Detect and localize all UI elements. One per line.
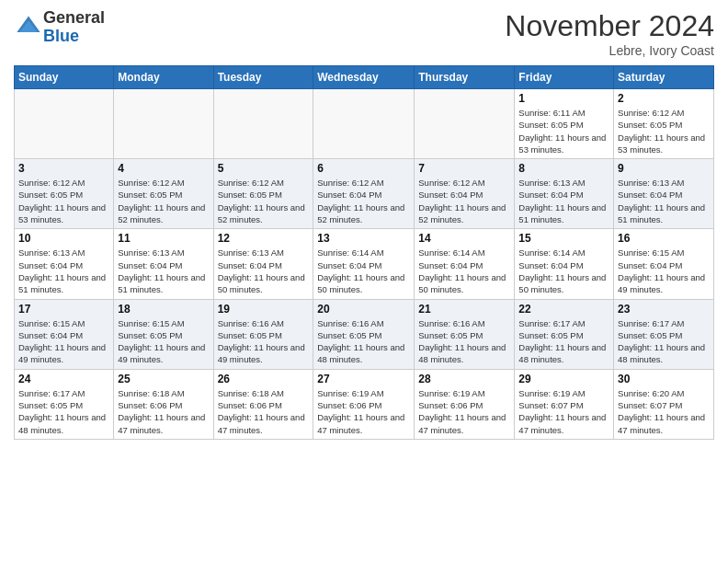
header: General Blue November 2024 Lebre, Ivory … xyxy=(14,9,714,58)
calendar-cell xyxy=(313,89,415,159)
day-info: Sunrise: 6:12 AMSunset: 6:04 PMDaylight:… xyxy=(317,177,410,225)
day-info: Sunrise: 6:12 AMSunset: 6:05 PMDaylight:… xyxy=(218,177,310,225)
day-info: Sunrise: 6:19 AMSunset: 6:06 PMDaylight:… xyxy=(418,387,510,436)
day-number: 30 xyxy=(618,373,710,385)
day-info: Sunrise: 6:16 AMSunset: 6:05 PMDaylight:… xyxy=(418,317,510,366)
logo-general: General xyxy=(43,8,105,27)
day-info: Sunrise: 6:18 AMSunset: 6:06 PMDaylight:… xyxy=(118,387,209,436)
weekday-header-friday: Friday xyxy=(515,66,614,89)
day-info: Sunrise: 6:13 AMSunset: 6:04 PMDaylight:… xyxy=(218,247,310,295)
calendar-cell: 21Sunrise: 6:16 AMSunset: 6:05 PMDayligh… xyxy=(415,299,515,369)
day-number: 22 xyxy=(518,303,609,316)
calendar-table: SundayMondayTuesdayWednesdayThursdayFrid… xyxy=(14,65,714,440)
calendar-cell: 25Sunrise: 6:18 AMSunset: 6:06 PMDayligh… xyxy=(114,369,213,439)
calendar-cell: 30Sunrise: 6:20 AMSunset: 6:07 PMDayligh… xyxy=(614,369,714,439)
day-info: Sunrise: 6:20 AMSunset: 6:07 PMDaylight:… xyxy=(618,387,710,436)
calendar-body: 1Sunrise: 6:11 AMSunset: 6:05 PMDaylight… xyxy=(15,89,714,440)
month-title: November 2024 xyxy=(505,9,714,43)
calendar-cell xyxy=(114,89,213,159)
day-info: Sunrise: 6:12 AMSunset: 6:05 PMDaylight:… xyxy=(18,177,109,225)
day-info: Sunrise: 6:14 AMSunset: 6:04 PMDaylight:… xyxy=(518,247,609,295)
calendar-cell: 29Sunrise: 6:19 AMSunset: 6:07 PMDayligh… xyxy=(515,369,614,439)
day-number: 4 xyxy=(118,162,209,175)
calendar-cell: 14Sunrise: 6:14 AMSunset: 6:04 PMDayligh… xyxy=(415,229,515,299)
calendar-header: SundayMondayTuesdayWednesdayThursdayFrid… xyxy=(15,66,714,89)
day-number: 14 xyxy=(418,232,510,245)
logo: General Blue xyxy=(14,9,105,46)
day-number: 21 xyxy=(418,303,510,316)
location: Lebre, Ivory Coast xyxy=(505,43,714,58)
day-number: 6 xyxy=(317,162,410,175)
calendar-cell: 5Sunrise: 6:12 AMSunset: 6:05 PMDaylight… xyxy=(213,159,313,229)
day-number: 15 xyxy=(518,232,609,245)
day-info: Sunrise: 6:17 AMSunset: 6:05 PMDaylight:… xyxy=(18,387,109,436)
day-info: Sunrise: 6:13 AMSunset: 6:04 PMDaylight:… xyxy=(118,247,209,295)
calendar-week-5: 24Sunrise: 6:17 AMSunset: 6:05 PMDayligh… xyxy=(15,369,714,439)
logo-blue: Blue xyxy=(43,27,79,45)
calendar-cell: 4Sunrise: 6:12 AMSunset: 6:05 PMDaylight… xyxy=(114,159,213,229)
weekday-header-wednesday: Wednesday xyxy=(313,66,415,89)
day-info: Sunrise: 6:13 AMSunset: 6:04 PMDaylight:… xyxy=(618,177,710,225)
day-number: 8 xyxy=(518,162,609,175)
calendar-cell: 15Sunrise: 6:14 AMSunset: 6:04 PMDayligh… xyxy=(515,229,614,299)
calendar-cell: 28Sunrise: 6:19 AMSunset: 6:06 PMDayligh… xyxy=(415,369,515,439)
day-number: 5 xyxy=(218,162,310,175)
day-number: 29 xyxy=(518,373,609,385)
page: General Blue November 2024 Lebre, Ivory … xyxy=(0,0,728,449)
calendar-cell: 18Sunrise: 6:15 AMSunset: 6:05 PMDayligh… xyxy=(114,299,213,369)
calendar-cell: 24Sunrise: 6:17 AMSunset: 6:05 PMDayligh… xyxy=(15,369,114,439)
day-number: 13 xyxy=(317,232,410,245)
calendar-cell: 7Sunrise: 6:12 AMSunset: 6:04 PMDaylight… xyxy=(415,159,515,229)
calendar-week-2: 3Sunrise: 6:12 AMSunset: 6:05 PMDaylight… xyxy=(15,159,714,229)
day-number: 12 xyxy=(218,232,310,245)
day-info: Sunrise: 6:12 AMSunset: 6:04 PMDaylight:… xyxy=(418,177,510,225)
logo-text: General Blue xyxy=(43,9,105,46)
day-info: Sunrise: 6:19 AMSunset: 6:06 PMDaylight:… xyxy=(317,387,410,436)
day-info: Sunrise: 6:14 AMSunset: 6:04 PMDaylight:… xyxy=(317,247,410,295)
day-info: Sunrise: 6:12 AMSunset: 6:05 PMDaylight:… xyxy=(118,177,209,225)
weekday-header-monday: Monday xyxy=(114,66,213,89)
calendar-cell: 26Sunrise: 6:18 AMSunset: 6:06 PMDayligh… xyxy=(213,369,313,439)
day-info: Sunrise: 6:15 AMSunset: 6:04 PMDaylight:… xyxy=(618,247,710,295)
weekday-header-sunday: Sunday xyxy=(15,66,114,89)
calendar-cell: 10Sunrise: 6:13 AMSunset: 6:04 PMDayligh… xyxy=(15,229,114,299)
day-number: 28 xyxy=(418,373,510,385)
calendar-cell xyxy=(15,89,114,159)
day-number: 19 xyxy=(218,303,310,316)
weekday-header-row: SundayMondayTuesdayWednesdayThursdayFrid… xyxy=(15,66,714,89)
day-number: 3 xyxy=(18,162,109,175)
day-info: Sunrise: 6:18 AMSunset: 6:06 PMDaylight:… xyxy=(218,387,310,436)
day-info: Sunrise: 6:16 AMSunset: 6:05 PMDaylight:… xyxy=(317,317,410,366)
day-number: 18 xyxy=(118,303,209,316)
weekday-header-saturday: Saturday xyxy=(614,66,714,89)
day-number: 11 xyxy=(118,232,209,245)
calendar-cell: 19Sunrise: 6:16 AMSunset: 6:05 PMDayligh… xyxy=(213,299,313,369)
calendar-cell: 8Sunrise: 6:13 AMSunset: 6:04 PMDaylight… xyxy=(515,159,614,229)
day-info: Sunrise: 6:12 AMSunset: 6:05 PMDaylight:… xyxy=(618,107,710,155)
calendar-cell: 9Sunrise: 6:13 AMSunset: 6:04 PMDaylight… xyxy=(614,159,714,229)
calendar-cell xyxy=(415,89,515,159)
calendar-cell: 6Sunrise: 6:12 AMSunset: 6:04 PMDaylight… xyxy=(313,159,415,229)
day-info: Sunrise: 6:11 AMSunset: 6:05 PMDaylight:… xyxy=(518,107,609,155)
day-number: 26 xyxy=(218,373,310,385)
calendar-cell: 20Sunrise: 6:16 AMSunset: 6:05 PMDayligh… xyxy=(313,299,415,369)
calendar-cell: 2Sunrise: 6:12 AMSunset: 6:05 PMDaylight… xyxy=(614,89,714,159)
calendar-cell: 11Sunrise: 6:13 AMSunset: 6:04 PMDayligh… xyxy=(114,229,213,299)
calendar-cell: 3Sunrise: 6:12 AMSunset: 6:05 PMDaylight… xyxy=(15,159,114,229)
day-info: Sunrise: 6:19 AMSunset: 6:07 PMDaylight:… xyxy=(518,387,609,436)
title-area: November 2024 Lebre, Ivory Coast xyxy=(505,9,714,58)
calendar-cell: 23Sunrise: 6:17 AMSunset: 6:05 PMDayligh… xyxy=(614,299,714,369)
calendar-cell: 17Sunrise: 6:15 AMSunset: 6:04 PMDayligh… xyxy=(15,299,114,369)
day-info: Sunrise: 6:13 AMSunset: 6:04 PMDaylight:… xyxy=(518,177,609,225)
day-number: 20 xyxy=(317,303,410,316)
calendar-cell: 16Sunrise: 6:15 AMSunset: 6:04 PMDayligh… xyxy=(614,229,714,299)
calendar-cell: 13Sunrise: 6:14 AMSunset: 6:04 PMDayligh… xyxy=(313,229,415,299)
day-number: 9 xyxy=(618,162,710,175)
calendar-week-1: 1Sunrise: 6:11 AMSunset: 6:05 PMDaylight… xyxy=(15,89,714,159)
logo-icon xyxy=(16,13,41,39)
day-number: 23 xyxy=(618,303,710,316)
day-number: 17 xyxy=(18,303,109,316)
calendar-week-4: 17Sunrise: 6:15 AMSunset: 6:04 PMDayligh… xyxy=(15,299,714,369)
day-number: 1 xyxy=(518,92,609,105)
day-number: 7 xyxy=(418,162,510,175)
